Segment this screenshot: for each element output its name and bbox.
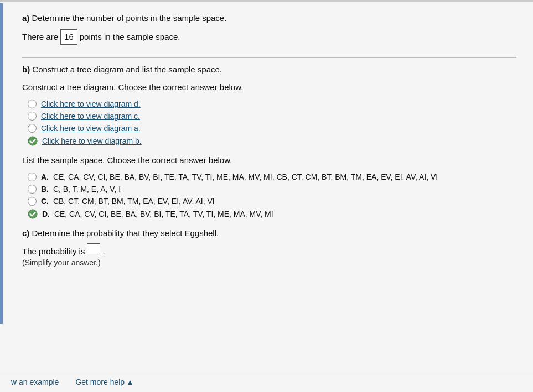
radio-circle-c[interactable] (28, 112, 37, 121)
space-option-B[interactable]: B. C, B, T, M, E, A, V, I (28, 185, 516, 194)
checkmark-icon-D (28, 209, 38, 219)
part-a-answer-box[interactable]: 16 (60, 29, 77, 45)
space-option-B-text: B. C, B, T, M, E, A, V, I (41, 185, 121, 194)
radio-circle-A[interactable] (28, 173, 37, 181)
diagram-option-c[interactable]: Click here to view diagram c. (28, 112, 516, 121)
part-b-section: b) Construct a tree diagram and list the… (22, 63, 516, 219)
radio-circle-d[interactable] (28, 100, 37, 108)
svg-point-0 (28, 137, 37, 145)
space-option-A[interactable]: A. CE, CA, CV, CI, BE, BA, BV, BI, TE, T… (28, 173, 516, 181)
simplify-note: (Simplify your answer.) (22, 258, 516, 267)
diagram-option-a[interactable]: Click here to view diagram a. (28, 124, 516, 133)
space-option-C-text: C. CB, CT, CM, BT, BM, TM, EA, EV, EI, A… (41, 197, 215, 206)
space-option-A-text: A. CE, CA, CV, CI, BE, BA, BV, BI, TE, T… (41, 173, 438, 181)
diagram-link-a[interactable]: Click here to view diagram a. (41, 124, 141, 133)
space-radio-group: A. CE, CA, CV, CI, BE, BA, BV, BI, TE, T… (28, 173, 516, 219)
diagram-option-b[interactable]: Click here to view diagram b. (28, 136, 516, 146)
radio-circle-B[interactable] (28, 185, 37, 194)
space-option-C[interactable]: C. CB, CT, CM, BT, BM, TM, EA, EV, EI, A… (28, 197, 516, 206)
radio-circle-C[interactable] (28, 197, 37, 206)
footer-bar: w an example Get more help ▲ (0, 372, 533, 392)
part-b-instruction1: Construct a tree diagram. Choose the cor… (22, 81, 516, 94)
example-link[interactable]: w an example (11, 378, 59, 386)
space-option-D[interactable]: D. CE, CA, CV, CI, BE, BA, BV, BI, TE, T… (28, 209, 516, 219)
part-c-question: c) Determine the probability that they s… (22, 227, 516, 240)
part-b-instruction2: List the sample space. Choose the correc… (22, 154, 516, 167)
diagram-option-d[interactable]: Click here to view diagram d. (28, 100, 516, 108)
probability-input[interactable] (87, 243, 100, 254)
help-link[interactable]: Get more help ▲ (75, 378, 134, 386)
diagram-link-d[interactable]: Click here to view diagram d. (41, 100, 141, 108)
part-b-question: b) Construct a tree diagram and list the… (22, 63, 516, 76)
part-a-answer-line: There are 16 points in the sample space. (22, 29, 180, 45)
svg-point-1 (28, 210, 37, 218)
part-a-question: a) Determine the number of points in the… (22, 12, 516, 25)
space-option-D-text: D. CE, CA, CV, CI, BE, BA, BV, BI, TE, T… (42, 210, 273, 218)
probability-line: The probability is . (22, 243, 516, 256)
diagram-link-c[interactable]: Click here to view diagram c. (41, 112, 140, 121)
diagram-radio-group: Click here to view diagram d. Click here… (28, 100, 516, 146)
part-a-section: a) Determine the number of points in the… (22, 12, 516, 49)
checkmark-icon-b (28, 136, 38, 146)
diagram-link-b[interactable]: Click here to view diagram b. (42, 137, 142, 145)
part-c-section: c) Determine the probability that they s… (22, 227, 516, 267)
radio-circle-a[interactable] (28, 124, 37, 133)
